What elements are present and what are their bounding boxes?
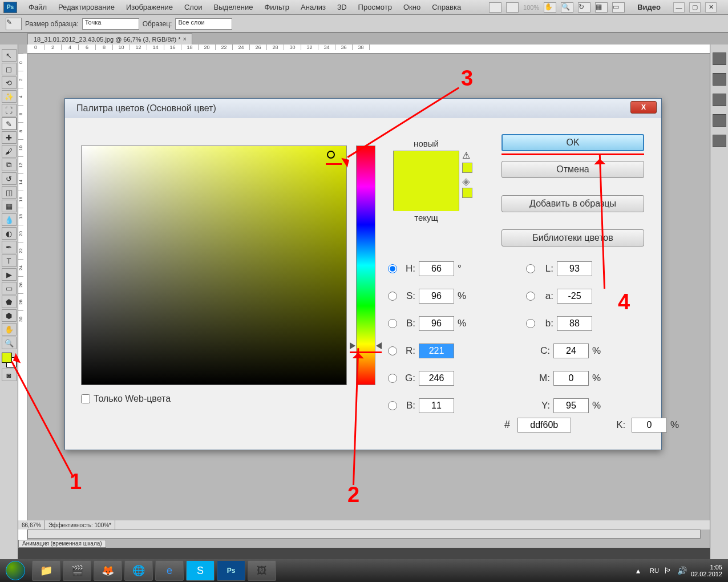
3d-tool[interactable]: ⬟	[2, 296, 17, 308]
radio-l[interactable]	[526, 264, 535, 273]
document-tab[interactable]: 18_31.01.2012_23.43.05.jpg @ 66,7% (3, R…	[27, 33, 192, 45]
radio-r[interactable]	[388, 346, 397, 355]
tray-flag-icon[interactable]: 🏳	[664, 566, 673, 575]
arrange-icon[interactable]: ▦	[595, 2, 608, 13]
stamp-tool[interactable]: ⧉	[2, 159, 17, 171]
radio-g[interactable]	[388, 374, 397, 383]
web-colors-only-checkbox[interactable]: Только Web-цвета	[81, 394, 171, 404]
input-g[interactable]	[419, 371, 454, 386]
hand-icon[interactable]: ✋	[544, 2, 556, 13]
tool-preset-icon[interactable]: ✎	[6, 18, 22, 30]
heal-tool[interactable]: ✚	[2, 131, 17, 144]
input-b-rgb[interactable]	[419, 398, 454, 413]
animation-panel-tab[interactable]: Анимация (временная шкала)	[18, 540, 106, 548]
web-colors-checkbox-input[interactable]	[81, 394, 90, 403]
screenmode-icon[interactable]: ▭	[612, 2, 625, 13]
radio-b-rgb[interactable]	[388, 401, 397, 410]
websafe-warning-swatch[interactable]	[462, 188, 472, 198]
input-s[interactable]	[419, 289, 454, 304]
menu-analysis[interactable]: Анализ	[295, 1, 331, 14]
taskbar-firefox[interactable]: 🦊	[94, 560, 122, 581]
eraser-tool[interactable]: ◫	[2, 186, 17, 199]
input-b-lab[interactable]	[557, 316, 592, 331]
gamut-warning-swatch[interactable]	[462, 163, 472, 173]
adjust-panel-icon[interactable]	[713, 94, 726, 106]
hand-tool[interactable]: ✋	[2, 323, 17, 336]
foreground-color-swatch[interactable]	[2, 353, 12, 363]
lasso-tool[interactable]: ⟲	[2, 76, 17, 89]
radio-h[interactable]	[388, 264, 397, 273]
cancel-button[interactable]: Отмена	[501, 161, 644, 178]
taskbar-skype[interactable]: S	[186, 560, 215, 581]
menu-3d[interactable]: 3D	[331, 1, 353, 14]
color-panel-icon[interactable]	[713, 73, 726, 86]
zoom-tool[interactable]: 🔍	[2, 337, 17, 349]
input-r[interactable]	[419, 343, 454, 358]
start-button[interactable]	[0, 559, 31, 582]
menu-layers[interactable]: Слои	[179, 1, 208, 14]
input-k[interactable]	[632, 418, 667, 433]
radio-b-lab[interactable]	[526, 319, 535, 328]
move-tool[interactable]: ↖	[2, 49, 17, 62]
menu-window[interactable]: Окно	[398, 1, 426, 14]
crop-tool[interactable]: ⛶	[2, 104, 17, 116]
taskbar-ie[interactable]: e	[155, 560, 184, 581]
taskbar-imageviewer[interactable]: 🖼	[248, 560, 276, 581]
zoom-icon[interactable]: 🔍	[561, 2, 573, 13]
info-panel-icon[interactable]	[713, 52, 726, 65]
shape-tool[interactable]: ▭	[2, 282, 17, 294]
tab-close-icon[interactable]: ×	[183, 36, 187, 42]
tray-volume-icon[interactable]: 🔊	[677, 566, 686, 575]
window-minimize-icon[interactable]: —	[673, 2, 685, 13]
eyedropper-tool[interactable]: ✎	[2, 118, 17, 130]
pen-tool[interactable]: ✒	[2, 241, 17, 253]
color-libraries-button[interactable]: Библиотеки цветов	[501, 229, 644, 246]
tray-lang[interactable]: RU	[650, 567, 659, 574]
dodge-tool[interactable]: ◐	[2, 227, 17, 240]
menu-select[interactable]: Выделение	[208, 1, 259, 14]
dialog-titlebar[interactable]: Палитра цветов (Основной цвет) X	[65, 99, 661, 118]
menu-image[interactable]: Изображение	[120, 1, 179, 14]
input-b-hsb[interactable]	[419, 316, 454, 331]
taskbar-photoshop[interactable]: Ps	[217, 560, 245, 581]
rotate-icon[interactable]: ↻	[578, 2, 591, 13]
menu-edit[interactable]: Редактирование	[52, 1, 120, 14]
taskbar-app1[interactable]: 🎬	[63, 560, 91, 581]
gradient-tool[interactable]: ▦	[2, 200, 17, 212]
mb-extras-icon[interactable]	[489, 2, 501, 13]
color-field-cursor[interactable]	[327, 151, 335, 159]
quickmask-tool[interactable]: ◙	[2, 369, 17, 381]
window-close-icon[interactable]: ✕	[705, 2, 717, 13]
status-zoom[interactable]: 66,67%	[18, 520, 45, 530]
radio-a[interactable]	[526, 292, 535, 301]
websafe-warning-icon[interactable]: ◈	[462, 175, 472, 185]
color-swatches[interactable]	[2, 353, 17, 367]
marquee-tool[interactable]: ◻	[2, 63, 17, 75]
sample-size-select[interactable]: Точка	[82, 18, 139, 30]
hue-slider[interactable]	[356, 146, 375, 385]
taskbar-chrome[interactable]: 🌐	[124, 560, 153, 581]
scrollbar-horizontal[interactable]	[27, 530, 701, 539]
menu-help[interactable]: Справка	[426, 1, 467, 14]
input-h[interactable]	[419, 261, 454, 276]
gamut-warning-icon[interactable]: ⚠	[462, 150, 474, 160]
input-m[interactable]	[553, 371, 589, 386]
window-restore-icon[interactable]: ▢	[689, 2, 701, 13]
add-to-swatches-button[interactable]: Добавить в образцы	[501, 195, 644, 212]
menu-filter[interactable]: Фильтр	[258, 1, 295, 14]
tray-up-icon[interactable]: ▴	[636, 566, 645, 575]
tray-clock[interactable]: 1:05 02.02.2012	[691, 564, 722, 577]
channels-panel-icon[interactable]	[713, 135, 726, 147]
preview-current-swatch[interactable]	[394, 183, 459, 211]
input-a[interactable]	[557, 289, 592, 304]
workspace-switcher[interactable]: Видео	[629, 3, 669, 11]
menu-file[interactable]: Файл	[23, 1, 52, 14]
menu-view[interactable]: Просмотр	[353, 1, 398, 14]
hue-slider-thumb-left-icon[interactable]	[350, 342, 355, 349]
radio-b-hsb[interactable]	[388, 319, 397, 328]
status-efficiency[interactable]: Эффективность: 100%*	[45, 520, 115, 530]
blur-tool[interactable]: 💧	[2, 213, 17, 226]
type-tool[interactable]: T	[2, 254, 17, 267]
3d-camera-tool[interactable]: ⬢	[2, 309, 17, 322]
input-c[interactable]	[553, 343, 589, 358]
